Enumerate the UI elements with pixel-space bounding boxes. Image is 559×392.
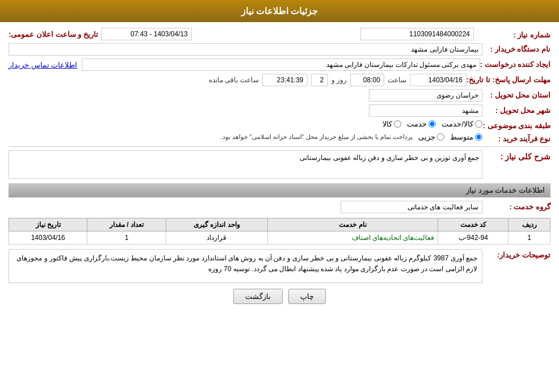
table-row: 1942-94-بفعالیت‌های اتحادیه‌های اصنافقرا… bbox=[9, 231, 550, 245]
groheKhedmat-label: گروه خدمت : bbox=[482, 201, 550, 211]
ostan-value: خراسان رضوی bbox=[369, 89, 482, 102]
shomareNiaz-value: 1103091484000224 bbox=[360, 28, 474, 40]
col-tedad: تعداد / مقدار bbox=[87, 218, 166, 231]
table-header: ردیف کد خدمت نام خدمت واحد اندازه گیری ت… bbox=[9, 218, 550, 231]
sharhKoli-label: شرح کلی نیاز : bbox=[482, 150, 550, 161]
radio-motevaset-label: متوسط bbox=[450, 133, 473, 141]
radio-jozei-label: جزیی bbox=[418, 133, 435, 141]
mohlat-baqi: 23:41:39 bbox=[262, 74, 308, 86]
tosih-row: توصیحات خریدار: جمع آوری 3987 کیلوگرم زب… bbox=[9, 249, 550, 283]
ijadKonande-label: ایجاد کننده درخواست : bbox=[480, 58, 550, 69]
top-row: شماره نیاز : 1103091484000224 1403/04/13… bbox=[9, 28, 550, 40]
mohlat-fields: 1403/04/16 ساعت 08:00 روز و 2 23:41:39 س… bbox=[9, 74, 466, 86]
radio-motevaset-input[interactable] bbox=[475, 133, 482, 141]
col-namKhedmat: نام خدمت bbox=[267, 218, 438, 231]
noeFarayand-label: نوع فرآیند خرید : bbox=[482, 133, 550, 143]
namDastgah-row: نام دستگاه خریدار : بیمارستان فارابی مشه… bbox=[9, 43, 550, 56]
col-vahed: واحد اندازه گیری bbox=[166, 218, 267, 231]
radio-khedmat-input[interactable] bbox=[428, 120, 436, 128]
namDastgah-value: بیمارستان فارابی مشهد bbox=[9, 43, 482, 56]
section2-title: اطلاعات خدمات مورد نیاز bbox=[9, 183, 550, 197]
services-table: ردیف کد خدمت نام خدمت واحد اندازه گیری ت… bbox=[9, 218, 550, 245]
page-header: جزئیات اطلاعات نیاز bbox=[0, 0, 559, 22]
radio-motevaset[interactable]: متوسط bbox=[450, 133, 482, 141]
mohlat-rooz-label: روز و bbox=[331, 76, 347, 84]
radio-jozei[interactable]: جزیی bbox=[418, 133, 444, 141]
noeFarayand-val: متوسط جزیی پرداخت تمام یا بخشی از مبلغ خ… bbox=[9, 133, 482, 141]
tosih-val: جمع آوری 3987 کیلوگرم زباله عفونی بیمارس… bbox=[9, 249, 482, 283]
mohlat-saat: 08:00 bbox=[350, 74, 384, 86]
col-radif: ردیف bbox=[508, 218, 550, 231]
ostan-label: استان محل تحویل : bbox=[482, 89, 550, 99]
namDastgah-label: نام دستگاه خریدار : bbox=[482, 43, 550, 53]
radio-kala[interactable]: کالا bbox=[383, 120, 401, 128]
radio-kalaKhedmat-input[interactable] bbox=[475, 120, 482, 128]
back-button[interactable]: بازگشت bbox=[233, 289, 283, 304]
cell-namKhedmat: فعالیت‌های اتحادیه‌های اصناف bbox=[267, 231, 438, 245]
namDastgah-val: بیمارستان فارابی مشهد bbox=[9, 43, 482, 56]
shahr-val: مشهد bbox=[9, 104, 482, 117]
tosih-label: توصیحات خریدار: bbox=[482, 249, 550, 259]
mohlat-saat-label: ساعت bbox=[388, 76, 406, 84]
tabagheBandi-radios: کالا/خدمت خدمت کالا bbox=[9, 120, 482, 128]
page-title: جزئیات اطلاعات نیاز bbox=[241, 6, 318, 16]
tabagheBandi-val: کالا/خدمت خدمت کالا bbox=[9, 120, 482, 128]
radio-kala-label: کالا bbox=[383, 120, 392, 128]
table-header-row: ردیف کد خدمت نام خدمت واحد اندازه گیری ت… bbox=[9, 218, 550, 231]
cell-radif: 1 bbox=[508, 231, 550, 245]
radio-kalaKhedmat-label: کالا/خدمت bbox=[442, 120, 473, 128]
col-tarikh: تاریخ نیاز bbox=[9, 218, 87, 231]
shahr-label: شهر محل تحویل : bbox=[482, 104, 550, 115]
tarikh-label: تاریخ و ساعت اعلان عمومی: bbox=[9, 30, 98, 39]
cell-tarikh: 1403/04/16 bbox=[9, 231, 87, 245]
sharhKoli-val bbox=[9, 150, 482, 180]
groheKhedmat-row: گروه خدمت : سایر فعالیت های خدماتی bbox=[9, 201, 550, 213]
shomareNiaz-label: شماره نیاز : bbox=[477, 29, 550, 39]
tarikh-value: 1403/04/13 - 07:43 bbox=[101, 28, 192, 40]
tabagheBandi-row: طبقه بندی موضوعی : کالا/خدمت خدمت کالا bbox=[9, 120, 550, 130]
ijadKonande-link[interactable]: اطلاعات تماس خریدار bbox=[9, 61, 77, 69]
page-wrapper: جزئیات اطلاعات نیاز شماره نیاز : 1103091… bbox=[0, 0, 559, 392]
mohlat-row: مهلت ارسال پاسخ: تا تاریخ: 1403/04/16 سا… bbox=[9, 74, 550, 86]
ijadKonande-row: ایجاد کننده درخواست : مهدی برکتی مسئول ت… bbox=[9, 58, 550, 71]
print-button[interactable]: چاپ bbox=[288, 289, 326, 304]
ostan-val: خراسان رضوی bbox=[9, 89, 482, 102]
cell-kodKhedmat: 942-94-ب bbox=[438, 231, 508, 245]
cell-vahed: قرارداد bbox=[166, 231, 267, 245]
mohlat-baqi-label: ساعت باقی مانده bbox=[209, 76, 259, 84]
tabagheBandi-label: طبقه بندی موضوعی : bbox=[482, 120, 550, 130]
ostan-row: استان محل تحویل : خراسان رضوی bbox=[9, 89, 550, 102]
col-kodKhedmat: کد خدمت bbox=[438, 218, 508, 231]
radio-jozei-input[interactable] bbox=[437, 133, 444, 141]
shahr-row: شهر محل تحویل : مشهد bbox=[9, 104, 550, 117]
groheKhedmat-val: سایر فعالیت های خدماتی bbox=[9, 201, 482, 213]
tarikh-group: 1403/04/13 - 07:43 تاریخ و ساعت اعلان عم… bbox=[9, 28, 192, 40]
sharhKoli-textarea[interactable] bbox=[9, 150, 482, 179]
mohlat-val: 1403/04/16 ساعت 08:00 روز و 2 23:41:39 س… bbox=[9, 74, 466, 86]
mohlat-label: مهلت ارسال پاسخ: تا تاریخ: bbox=[466, 74, 550, 84]
ijadKonande-val: مهدی برکتی مسئول تدارکات بیمارستان فاراب… bbox=[9, 58, 480, 71]
tosih-value: جمع آوری 3987 کیلوگرم زباله عفونی بیمارس… bbox=[9, 249, 482, 283]
divider1 bbox=[9, 146, 550, 147]
shahr-value: مشهد bbox=[369, 104, 482, 117]
sharhKoli-row: شرح کلی نیاز : bbox=[9, 150, 550, 180]
shomareNiaz-group: شماره نیاز : 1103091484000224 bbox=[360, 28, 550, 40]
main-content: شماره نیاز : 1103091484000224 1403/04/13… bbox=[0, 22, 559, 310]
ijadKonande-value: مهدی برکتی مسئول تدارکات بیمارستان فاراب… bbox=[82, 58, 480, 71]
mohlat-date: 1403/04/16 bbox=[410, 74, 466, 86]
cell-tedad: 1 bbox=[87, 231, 166, 245]
groheKhedmat-value: سایر فعالیت های خدماتی bbox=[341, 201, 482, 213]
noeFarayand-radios: متوسط جزیی پرداخت تمام یا بخشی از مبلغ خ… bbox=[9, 133, 482, 141]
radio-kala-input[interactable] bbox=[394, 120, 401, 128]
radio-khedmat[interactable]: خدمت bbox=[407, 120, 436, 128]
button-row: بازگشت چاپ bbox=[9, 289, 550, 304]
mohlat-rooz: 2 bbox=[311, 74, 328, 86]
radio-kalaKhedmat[interactable]: کالا/خدمت bbox=[442, 120, 482, 128]
radio-khedmat-label: خدمت bbox=[407, 120, 427, 128]
noeFarayand-desc: پرداخت تمام یا بخشی از مبلغ خریداز محل "… bbox=[220, 133, 413, 141]
noeFarayand-row: نوع فرآیند خرید : متوسط جزیی پرداخت تمام… bbox=[9, 133, 550, 143]
table-body: 1942-94-بفعالیت‌های اتحادیه‌های اصنافقرا… bbox=[9, 231, 550, 245]
